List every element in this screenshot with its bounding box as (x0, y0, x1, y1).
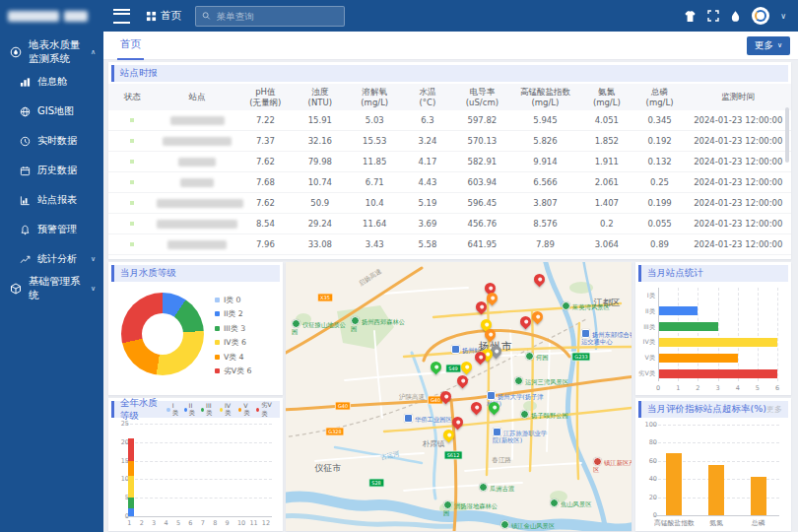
cell-value: 5.03 (348, 110, 402, 131)
stacked-bar-segment[interactable] (128, 438, 134, 461)
cell-value: 15.53 (348, 131, 402, 152)
menu-search[interactable] (195, 6, 345, 27)
avatar[interactable] (752, 7, 769, 25)
legend-item[interactable]: V类 (238, 402, 251, 418)
legend-item[interactable]: IV类 (220, 402, 233, 418)
sidebar-item-站点报表[interactable]: 站点报表 (0, 185, 103, 215)
legend-item[interactable]: V类 4 (215, 350, 251, 365)
hbar[interactable] (659, 354, 738, 363)
table-row[interactable]: 7.6810.746.714.43603.946.5662.0610.25202… (108, 172, 791, 193)
breadcrumb-home[interactable]: 首页 (146, 9, 181, 23)
fullscreen-icon[interactable] (707, 10, 719, 22)
station-map[interactable]: 扬州市仪征市江都区朴席镇沪陕高速启扬高速春江路古运河扬州西郊森林公园仪征捺山地质… (286, 262, 632, 531)
cell-value: 2024-01-23 12:00:00 (686, 152, 791, 172)
campus-poi-icon (487, 391, 496, 400)
legend-item[interactable]: I类 (166, 402, 178, 418)
hbar[interactable] (659, 306, 698, 315)
station-name-redacted (163, 137, 232, 146)
cell-value: 0.25 (634, 172, 686, 193)
station-report-title: 站点时报 (111, 65, 788, 82)
table-row[interactable]: 7.3732.1615.533.24570.135.8261.8520.1922… (108, 131, 791, 152)
table-scrollbar[interactable] (785, 107, 789, 163)
map-label: 春江路 (492, 456, 511, 465)
sidebar-item-信息舱[interactable]: 信息舱 (0, 67, 103, 97)
legend-item[interactable]: IV类 6 (215, 336, 251, 351)
cell-value: 2024-01-23 12:00:00 (686, 214, 791, 234)
monthly-station-stats-panel: 当月站点统计 0123456I类II类III类IV类V类劣V类 (635, 262, 791, 395)
legend-item[interactable]: I类 0 (215, 293, 251, 307)
cell-value: 570.13 (453, 131, 511, 152)
table-row[interactable]: 7.2215.915.036.3597.825.9454.0510.345202… (108, 110, 791, 131)
sidebar-item-实时数据[interactable]: 实时数据 (0, 126, 103, 156)
more-tabs-button[interactable]: 更多 ∨ (747, 36, 790, 55)
map-label: 江苏旅游职业学院(新校区) (493, 428, 550, 443)
flame-icon[interactable] (730, 10, 741, 23)
map-label: 扬州西郊森林公园 (351, 316, 408, 332)
sidebar-section-0[interactable]: 地表水质量监测系统∧ (0, 37, 103, 67)
map-label: 扬州东部综合客运交通中心 (581, 329, 632, 345)
vbar[interactable] (708, 465, 724, 515)
table-row[interactable]: 7.6250.910.45.19596.453.8071.4070.199202… (108, 193, 791, 214)
road-shield: G328 (325, 428, 344, 436)
sidebar-menu: 地表水质量监测系统∧信息舱GIS地图实时数据历史数据站点报表预警管理统计分析∨基… (0, 32, 103, 303)
search-input[interactable] (215, 10, 338, 23)
map-label: 仪征市 (315, 462, 342, 475)
legend-item[interactable]: II类 2 (215, 307, 251, 322)
cell-value: 4.43 (402, 172, 453, 193)
chevron-icon: ∨ (91, 285, 96, 293)
map-label: 焦山风景区 (550, 499, 607, 507)
sidebar-section-1[interactable]: 基础管理系统∨ (0, 274, 103, 303)
chevron-down-icon[interactable]: ∨ (780, 12, 786, 21)
stacked-bar-segment[interactable] (128, 498, 134, 508)
sidebar-item-label: 统计分析 (37, 252, 77, 266)
sidebar-item-label: 历史数据 (37, 164, 77, 177)
station-name-redacted (157, 199, 243, 208)
hbar[interactable] (659, 322, 718, 331)
legend-item[interactable]: III类 3 (215, 321, 251, 336)
table-row[interactable]: 7.6279.9811.854.17582.919.9141.9110.1322… (108, 152, 791, 172)
tab-home[interactable]: 首页 (117, 31, 144, 60)
cell-value: 0.199 (634, 193, 686, 214)
exceed-rate-chart[interactable]: 020406080100高锰酸盐指数氨氮总磷 (635, 418, 791, 530)
main-content: 站点时报 状态站点pH值(无量纲)浊度(NTU)溶解氧(mg/L)水温(°C)电… (103, 59, 798, 532)
column-header: 站点 (157, 84, 238, 110)
donut-chart[interactable] (121, 293, 204, 375)
legend-item[interactable]: 劣V类 (256, 401, 274, 419)
cell-value: 0.89 (634, 234, 686, 255)
vbar[interactable] (751, 477, 766, 515)
hbar[interactable] (659, 369, 777, 378)
sidebar-item-历史数据[interactable]: 历史数据 (0, 156, 103, 185)
vbar[interactable] (666, 453, 682, 515)
legend-item[interactable]: 劣V类 6 (215, 365, 251, 379)
stacked-bar-segment[interactable] (128, 508, 134, 516)
legend-item[interactable]: III类 (201, 402, 215, 418)
sidebar-item-统计分析[interactable]: 统计分析∨ (0, 244, 103, 274)
cell-value: 4.17 (402, 152, 453, 172)
station-report-panel: 站点时报 状态站点pH值(无量纲)浊度(NTU)溶解氧(mg/L)水温(°C)电… (108, 62, 791, 259)
monthly-station-stats-chart[interactable]: 0123456I类II类III类IV类V类劣V类 (635, 282, 791, 394)
annual-grade-chart[interactable]: 0510152025123456789101112 (108, 418, 283, 530)
exceed-rate-more-link[interactable]: 更多 (766, 404, 782, 415)
park-poi-icon (292, 319, 300, 328)
station-name-redacted (178, 158, 216, 166)
cell-value: 29.24 (293, 214, 347, 234)
sidebar-item-预警管理[interactable]: 预警管理 (0, 215, 103, 244)
cell-value: 1.911 (579, 152, 633, 172)
sidebar-item-label: GIS地图 (37, 104, 74, 118)
map-label: 运河三湾风景区 (514, 376, 571, 385)
menu-toggle-icon[interactable] (113, 9, 130, 24)
map-label: 朴席镇 (423, 439, 445, 449)
stacked-bar-segment[interactable] (128, 461, 134, 476)
table-row[interactable]: 8.5429.2411.643.69456.768.5760.20.055202… (108, 214, 791, 234)
legend-item[interactable]: II类 (184, 402, 196, 418)
map-label: 茱萸湾风景区 (562, 301, 619, 310)
road-shield: G233 (571, 353, 590, 362)
theme-icon[interactable] (684, 10, 697, 23)
hbar[interactable] (659, 338, 777, 347)
map-label: 沪陕高速 (399, 393, 425, 402)
map-label: 润扬湿地森林公园 (443, 500, 500, 516)
sidebar-item-GIS地图[interactable]: GIS地图 (0, 97, 103, 126)
stacked-bar-segment[interactable] (128, 476, 134, 499)
cell-value: 2024-01-23 12:00:00 (686, 172, 791, 193)
table-row[interactable]: 7.9633.083.435.58641.957.893.0640.892024… (108, 234, 791, 255)
